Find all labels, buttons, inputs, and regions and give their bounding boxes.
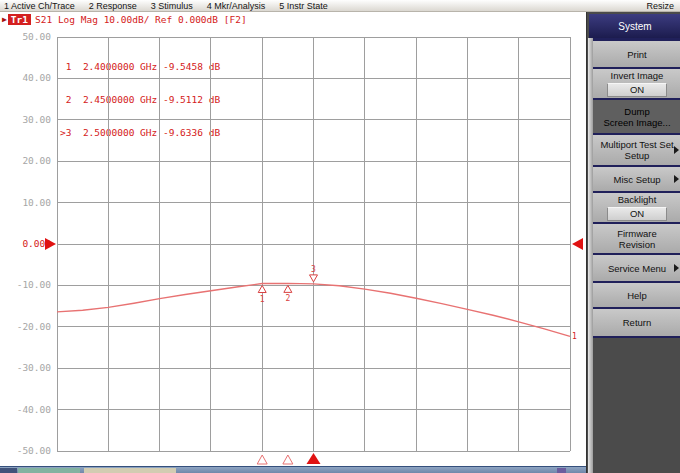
button-label: Dump bbox=[624, 106, 649, 117]
sidebar-button-print[interactable]: Print bbox=[593, 41, 680, 67]
button-label: Setup bbox=[625, 150, 650, 161]
marker-symbol[interactable] bbox=[284, 285, 292, 292]
marker-number: 1 bbox=[260, 295, 265, 304]
sidebar-button-firmware-revision[interactable]: Firmware Revision bbox=[593, 224, 680, 253]
sidebar-button-return[interactable]: Return bbox=[593, 309, 680, 336]
taskbar-item[interactable] bbox=[84, 468, 176, 473]
resize-button[interactable]: Resize bbox=[646, 0, 674, 12]
button-label: Multiport Test Set bbox=[600, 139, 673, 150]
taskbar-item[interactable] bbox=[557, 468, 566, 473]
button-label: Help bbox=[627, 290, 647, 301]
button-label: Screen Image... bbox=[603, 117, 670, 128]
marker-number: 3 bbox=[311, 265, 316, 274]
button-on-state: ON bbox=[607, 83, 667, 97]
sidebar-button-invert-image[interactable]: Invert Image ON bbox=[593, 69, 680, 98]
chevron-right-icon bbox=[674, 264, 679, 272]
menu-bar: 1 Active Ch/Trace 2 Response 3 Stimulus … bbox=[0, 0, 680, 12]
sidebar-button-service-menu[interactable]: Service Menu bbox=[593, 255, 680, 281]
stimulus-marker[interactable] bbox=[283, 455, 293, 464]
chevron-right-icon bbox=[674, 146, 679, 154]
button-label: System bbox=[618, 21, 651, 32]
stimulus-marker[interactable] bbox=[257, 455, 267, 464]
trace-number-label: 1 bbox=[572, 332, 577, 341]
marker-number: 2 bbox=[285, 294, 290, 303]
sidebar-button-backlight[interactable]: Backlight ON bbox=[593, 193, 680, 222]
button-label: Backlight bbox=[618, 194, 657, 205]
button-label: Misc Setup bbox=[614, 174, 661, 185]
button-label: Firmware bbox=[617, 228, 657, 239]
menu-item-response[interactable]: 2 Response bbox=[89, 0, 137, 12]
menu-item-stimulus[interactable]: 3 Stimulus bbox=[151, 0, 193, 12]
button-label: Return bbox=[623, 317, 652, 328]
sidebar-button-misc-setup[interactable]: Misc Setup bbox=[593, 167, 680, 191]
menu-item-instr-state[interactable]: 5 Instr State bbox=[279, 0, 328, 12]
ref-level-marker-left[interactable] bbox=[45, 238, 56, 250]
marker-symbol[interactable] bbox=[258, 286, 266, 293]
button-on-state: ON bbox=[607, 207, 667, 221]
sidebar-button-dump-screen-image[interactable]: Dump Screen Image... bbox=[593, 100, 680, 133]
sidebar-button-help[interactable]: Help bbox=[593, 283, 680, 307]
plot-graticule: 1123 bbox=[0, 12, 586, 466]
ref-level-marker-right[interactable] bbox=[572, 238, 583, 250]
sidebar-title-system: System bbox=[589, 14, 680, 38]
taskbar-item[interactable] bbox=[0, 468, 17, 473]
button-label: Revision bbox=[619, 239, 655, 250]
vna-screen: 1 Active Ch/Trace 2 Response 3 Stimulus … bbox=[0, 0, 680, 473]
button-label: Invert Image bbox=[611, 70, 664, 81]
marker-symbol-active[interactable] bbox=[310, 275, 318, 282]
sidebar-button-multiport-test-set-setup[interactable]: Multiport Test Set Setup bbox=[593, 135, 680, 165]
button-label: Print bbox=[627, 49, 647, 60]
menu-item-active-ch-trace[interactable]: 1 Active Ch/Trace bbox=[4, 0, 75, 12]
display-area: ▶ Tr1 S21 Log Mag 10.00dB/ Ref 0.000dB [… bbox=[0, 12, 586, 466]
sidebar-menu: System Print Invert Image ON Dump Screen… bbox=[586, 12, 680, 473]
taskbar-item[interactable] bbox=[18, 468, 80, 473]
taskbar[interactable] bbox=[0, 466, 586, 473]
button-label: Service Menu bbox=[608, 263, 666, 274]
chevron-right-icon bbox=[674, 175, 679, 183]
stimulus-marker-active[interactable] bbox=[307, 453, 321, 464]
menu-item-mkr-analysis[interactable]: 4 Mkr/Analysis bbox=[207, 0, 266, 12]
